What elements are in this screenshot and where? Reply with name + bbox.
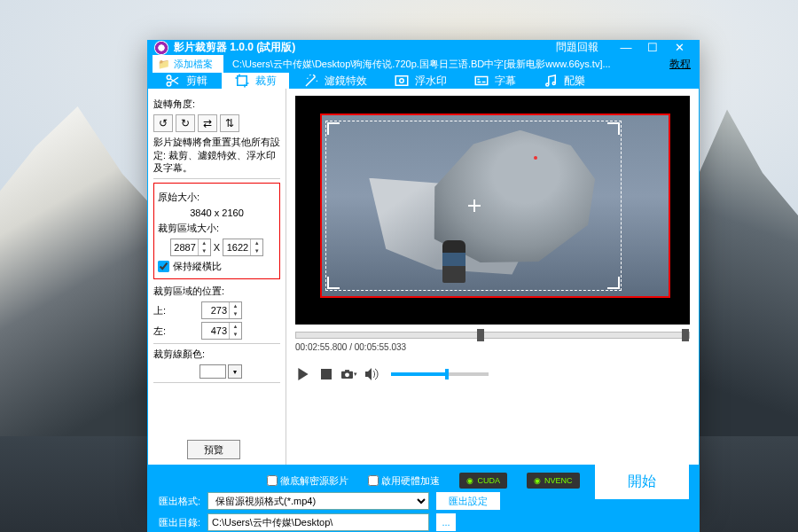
crop-top-input[interactable] [202, 305, 229, 316]
crop-size-label: 裁剪區域大小: [158, 222, 276, 235]
original-size-label: 原始大小: [158, 191, 276, 204]
rotation-note: 影片旋轉將會重置其他所有設定: 裁剪、濾鏡特效、浮水印及字幕。 [153, 136, 280, 175]
color-dropdown-button[interactable]: ▾ [228, 364, 242, 379]
svg-rect-3 [395, 76, 408, 86]
subtitle-icon [473, 73, 489, 89]
svg-point-6 [546, 83, 549, 86]
decrypt-checkbox[interactable] [267, 475, 278, 486]
crop-left-input[interactable] [202, 325, 229, 336]
output-dir-field[interactable]: C:\Users\云中传媒\Desktop\ [207, 513, 429, 531]
crop-width-input[interactable] [171, 242, 198, 253]
titlebar: 影片裁剪器 1.0.0 (試用版) 問題回報 — ☐ ✕ [147, 40, 700, 55]
play-button[interactable] [295, 366, 311, 382]
rotate-ccw-button[interactable]: ↺ [153, 114, 173, 132]
svg-rect-2 [238, 76, 247, 86]
hwaccel-checkbox[interactable] [368, 475, 379, 486]
volume-slider[interactable] [391, 372, 489, 376]
window-title: 影片裁剪器 1.0.0 (試用版) [174, 40, 556, 55]
decrypt-checkbox-row: 徹底解密源影片 [267, 474, 348, 488]
spin-up-icon[interactable]: ▲ [199, 239, 210, 247]
crop-center-icon[interactable] [468, 200, 481, 212]
preview-button[interactable]: 預覽 [187, 440, 240, 459]
crop-settings-panel: 旋轉角度: ↺ ↻ ⇄ ⇅ 影片旋轉將會重置其他所有設定: 裁剪、濾鏡特效、浮水… [148, 89, 286, 465]
tab-filter[interactable]: 濾鏡特效 [291, 73, 379, 89]
crop-height-input[interactable] [223, 242, 250, 253]
size-separator: X [214, 242, 220, 253]
crop-handle-bl[interactable] [327, 277, 340, 289]
timeline-start-handle[interactable] [477, 329, 484, 341]
svg-rect-10 [345, 370, 349, 372]
volume-icon[interactable] [364, 366, 380, 382]
stop-button[interactable] [318, 366, 334, 382]
left-label: 左: [153, 325, 176, 338]
output-format-select[interactable]: 保留源視頻格式(*.mp4) [207, 492, 429, 510]
rotation-label: 旋轉角度: [153, 98, 280, 111]
flip-horizontal-button[interactable]: ⇄ [198, 114, 217, 132]
flip-vertical-button[interactable]: ⇅ [220, 114, 239, 132]
file-bar: 添加檔案 C:\Users\云中传媒\Desktop\狗海传说.720p.国粤日… [147, 55, 700, 73]
svg-rect-8 [321, 369, 332, 379]
output-format-label: 匯出格式: [154, 495, 200, 508]
keep-ratio-checkbox[interactable] [158, 261, 169, 272]
file-path: C:\Users\云中传媒\Desktop\狗海传说.720p.国粤日三语.BD… [227, 58, 666, 71]
crop-handle-br[interactable] [607, 277, 620, 289]
feedback-link[interactable]: 問題回報 [556, 40, 598, 55]
cuda-badge: ◉ CUDA [459, 473, 507, 489]
keep-ratio-label: 保持縱橫比 [173, 260, 222, 273]
nvenc-badge: ◉ NVENC [527, 473, 580, 489]
crop-icon [234, 73, 250, 89]
time-display: 00:02:55.800 / 00:05:55.033 [295, 342, 690, 352]
output-dir-label: 匯出目錄: [154, 516, 200, 529]
add-file-button[interactable]: 添加檔案 [153, 55, 223, 73]
output-settings-button[interactable]: 匯出設定 [436, 492, 500, 510]
tabs: 剪輯 裁剪 濾鏡特效 浮水印 字幕 配樂 [147, 73, 700, 89]
maximize-button[interactable]: ☐ [639, 41, 666, 54]
start-button[interactable]: 開始 [595, 464, 689, 499]
spin-down-icon[interactable]: ▼ [251, 247, 262, 255]
crop-handle-tl[interactable] [327, 122, 340, 135]
spin-down-icon[interactable]: ▼ [199, 247, 210, 255]
tab-subtitle[interactable]: 字幕 [461, 73, 528, 89]
hwaccel-checkbox-row: 啟用硬體加速 [368, 474, 440, 488]
spin-up-icon[interactable]: ▲ [251, 239, 262, 247]
crop-left-field[interactable]: ▲▼ [201, 322, 242, 340]
wand-icon [303, 73, 319, 89]
original-size-value: 3840 x 2160 [158, 207, 276, 218]
video-preview[interactable] [295, 96, 690, 325]
spin-down-icon[interactable]: ▼ [230, 331, 241, 339]
spin-down-icon[interactable]: ▼ [230, 310, 241, 318]
crop-position-label: 裁剪區域的位置: [153, 285, 280, 298]
timeline[interactable]: 00:02:55.800 / 00:05:55.033 [295, 332, 690, 352]
spin-up-icon[interactable]: ▲ [230, 323, 241, 331]
browse-button[interactable]: ... [436, 513, 456, 531]
playback-controls: ▾ [295, 366, 690, 382]
tab-watermark[interactable]: 浮水印 [381, 73, 459, 89]
snapshot-button[interactable]: ▾ [341, 366, 357, 382]
crop-width-field[interactable]: ▲▼ [170, 239, 211, 256]
svg-point-7 [552, 82, 555, 85]
crop-top-field[interactable]: ▲▼ [201, 301, 242, 319]
preview-panel: 00:02:55.800 / 00:05:55.033 ▾ [286, 89, 699, 465]
crop-handle-tr[interactable] [607, 122, 620, 135]
rotate-cw-button[interactable]: ↻ [176, 114, 195, 132]
tab-trim[interactable]: 剪輯 [153, 73, 220, 89]
svg-rect-5 [475, 77, 488, 85]
timeline-end-handle[interactable] [682, 329, 689, 341]
music-icon [543, 73, 559, 89]
close-button[interactable]: ✕ [666, 41, 692, 54]
app-window: 影片裁剪器 1.0.0 (試用版) 問題回報 — ☐ ✕ 添加檔案 C:\Use… [147, 40, 700, 510]
border-color-label: 裁剪線顏色: [153, 348, 280, 361]
top-label: 上: [153, 304, 176, 317]
size-highlight-box: 原始大小: 3840 x 2160 裁剪區域大小: ▲▼ X ▲▼ 保持縱橫比 [153, 183, 280, 279]
spin-up-icon[interactable]: ▲ [230, 302, 241, 310]
app-logo-icon [154, 41, 168, 55]
scissors-icon [165, 73, 181, 89]
svg-point-11 [345, 372, 349, 377]
border-color-swatch[interactable] [200, 364, 226, 379]
minimize-button[interactable]: — [613, 41, 639, 54]
tutorial-link[interactable]: 教程 [669, 57, 691, 72]
tab-audio[interactable]: 配樂 [530, 73, 598, 89]
watermark-icon [394, 73, 410, 89]
crop-height-field[interactable]: ▲▼ [223, 239, 263, 256]
tab-crop[interactable]: 裁剪 [222, 73, 289, 89]
